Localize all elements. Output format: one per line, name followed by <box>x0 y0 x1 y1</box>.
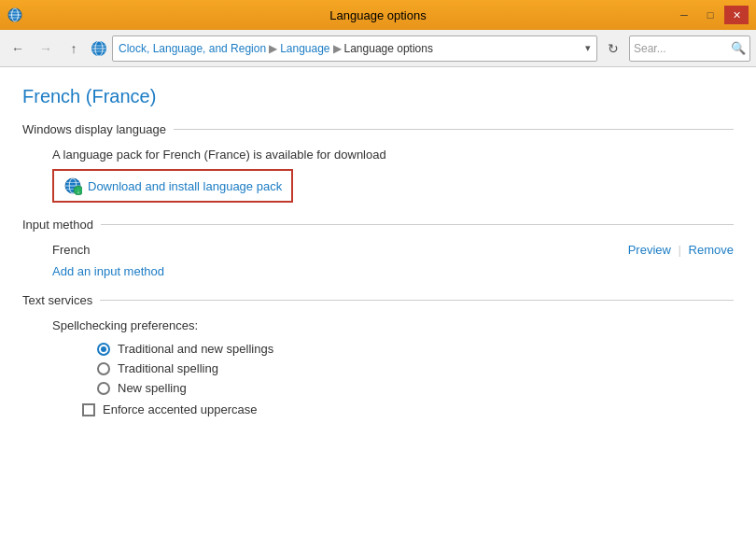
spell-label: Spellchecking preferences: <box>52 318 734 332</box>
checkbox-row-enforce: Enforce accented uppercase <box>52 402 734 416</box>
preview-link[interactable]: Preview <box>628 243 671 257</box>
title-bar-left <box>7 7 22 22</box>
input-method-row: French Preview | Remove <box>22 243 734 257</box>
radio-new[interactable] <box>97 382 110 395</box>
window-title: Language options <box>329 8 426 22</box>
download-link-box: ↓ Download and install language pack <box>52 169 293 203</box>
radio-dot <box>101 346 106 352</box>
text-services-content: Spellchecking preferences: Traditional a… <box>22 318 734 416</box>
action-separator: | <box>679 243 681 257</box>
input-method-divider <box>101 224 734 225</box>
radio-label-new[interactable]: New spelling <box>118 381 187 395</box>
address-bar: ← → ↑ Clock, Language, and Region ▶ Lang… <box>0 30 756 67</box>
globe-icon: ↓ <box>63 176 82 195</box>
search-input[interactable] <box>634 42 731 55</box>
add-input-method-link[interactable]: Add an input method <box>22 264 734 278</box>
breadcrumb-arrow2: ▶ <box>333 42 342 55</box>
page-title: French (France) <box>22 86 734 107</box>
forward-button[interactable]: → <box>34 36 58 61</box>
windows-display-content: A language pack for French (France) is a… <box>22 148 734 203</box>
availability-text: A language pack for French (France) is a… <box>52 148 734 162</box>
windows-display-section-header: Windows display language <box>22 122 734 136</box>
breadcrumb: Clock, Language, and Region ▶ Language ▶… <box>112 35 597 62</box>
radio-item-traditional-new: Traditional and new spellings <box>97 342 734 356</box>
spelling-radio-group: Traditional and new spellings Traditiona… <box>52 342 734 395</box>
input-method-label: Input method <box>22 218 93 232</box>
download-install-link[interactable]: Download and install language pack <box>88 179 282 193</box>
maximize-button[interactable]: □ <box>698 6 722 24</box>
breadcrumb-language[interactable]: Language <box>280 42 329 55</box>
text-services-label: Text services <box>22 293 92 307</box>
search-box: 🔍 <box>629 35 750 62</box>
radio-item-new: New spelling <box>97 381 734 395</box>
breadcrumb-dropdown[interactable]: ▾ <box>585 42 591 54</box>
input-method-name: French <box>52 243 90 257</box>
windows-display-divider <box>174 129 734 130</box>
title-bar: Language options ─ □ ✕ <box>0 0 756 30</box>
app-icon <box>7 7 22 22</box>
input-method-section-header: Input method <box>22 218 734 232</box>
radio-item-traditional: Traditional spelling <box>97 361 734 375</box>
radio-traditional-new[interactable] <box>97 343 110 356</box>
radio-label-traditional-new[interactable]: Traditional and new spellings <box>118 342 273 356</box>
close-button[interactable]: ✕ <box>724 6 749 24</box>
minimize-button[interactable]: ─ <box>672 6 696 24</box>
breadcrumb-clock[interactable]: Clock, Language, and Region <box>119 42 266 55</box>
breadcrumb-arrow1: ▶ <box>269 42 277 55</box>
title-bar-controls: ─ □ ✕ <box>672 6 749 24</box>
text-services-divider <box>100 300 734 301</box>
windows-display-label: Windows display language <box>22 122 166 136</box>
folder-icon <box>90 39 108 58</box>
radio-traditional[interactable] <box>97 362 110 375</box>
radio-label-traditional[interactable]: Traditional spelling <box>118 361 218 375</box>
svg-text:↓: ↓ <box>77 188 80 194</box>
back-button[interactable]: ← <box>6 36 30 61</box>
remove-link[interactable]: Remove <box>689 243 734 257</box>
enforce-uppercase-label[interactable]: Enforce accented uppercase <box>103 402 258 416</box>
refresh-button[interactable]: ↻ <box>601 36 625 61</box>
enforce-uppercase-checkbox[interactable] <box>82 403 95 416</box>
title-bar-title-wrapper: Language options <box>0 8 756 22</box>
text-services-section-header: Text services <box>22 293 734 307</box>
up-button[interactable]: ↑ <box>62 36 86 61</box>
main-content: French (France) Windows display language… <box>0 67 756 536</box>
search-icon[interactable]: 🔍 <box>731 41 746 55</box>
input-method-actions: Preview | Remove <box>628 243 734 257</box>
breadcrumb-current: Language options <box>344 42 433 55</box>
